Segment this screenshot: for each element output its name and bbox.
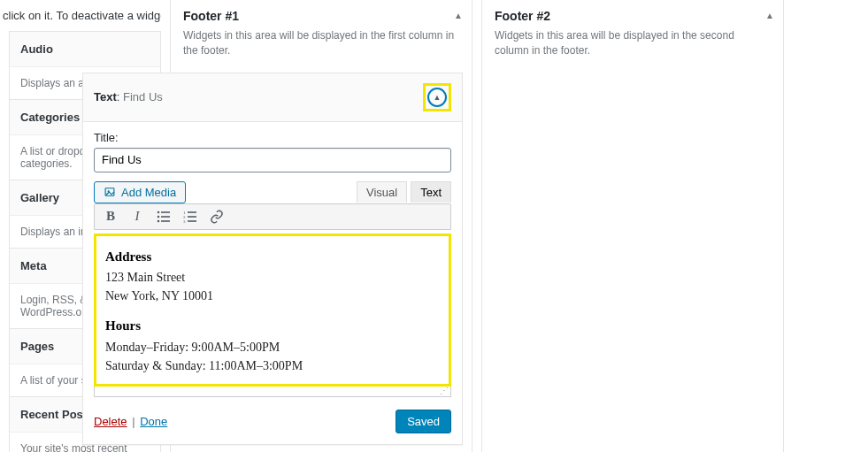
widget-title: Audio	[10, 32, 160, 67]
add-media-label: Add Media	[121, 186, 176, 199]
link-button[interactable]	[210, 210, 224, 224]
svg-rect-11	[188, 216, 196, 218]
footer1-area-header[interactable]: Footer #1 Widgets in this area will be d…	[171, 0, 472, 64]
footer2-area-header[interactable]: Footer #2 Widgets in this area will be d…	[482, 0, 783, 64]
svg-rect-9	[188, 211, 196, 213]
svg-rect-7	[161, 220, 170, 222]
editor-content[interactable]: Address 123 Main Street New York, NY 100…	[94, 234, 451, 387]
link-icon	[210, 210, 224, 224]
svg-rect-5	[161, 216, 170, 218]
tab-text[interactable]: Text	[411, 181, 451, 203]
content-line-3: Monday–Friday: 9:00AM–5:00PM	[105, 338, 440, 356]
title-label: Title:	[94, 131, 451, 144]
link-separator: |	[132, 415, 134, 428]
svg-text:3: 3	[183, 219, 186, 224]
fragment-text: click on it. To deactivate a widget and	[0, 0, 161, 31]
tab-visual[interactable]: Visual	[357, 181, 407, 203]
editor-resize-row: ⋰	[94, 387, 451, 397]
widget-type-label: Text: Find Us	[94, 90, 163, 103]
svg-point-2	[157, 211, 160, 213]
text-widget-expanded: Text: Find Us ▲ Title: Add	[82, 73, 463, 445]
caret-up-icon[interactable]: ▲	[454, 11, 463, 20]
content-line-4: Saturday & Sunday: 11:00AM–3:00PM	[105, 356, 440, 375]
svg-point-6	[157, 219, 160, 222]
collapse-widget-button[interactable]: ▲	[427, 88, 447, 107]
content-line-1: 123 Main Street	[105, 268, 440, 287]
svg-rect-13	[188, 220, 196, 222]
svg-rect-3	[161, 211, 170, 213]
bullet-list-button[interactable]	[157, 210, 171, 224]
done-link[interactable]: Done	[140, 415, 167, 428]
italic-button[interactable]: I	[130, 210, 144, 224]
bold-button[interactable]: B	[104, 210, 118, 224]
caret-up-icon[interactable]: ▲	[765, 11, 774, 20]
numbered-list-button[interactable]: 123	[183, 210, 197, 224]
editor-tabs: Visual Text	[357, 181, 451, 203]
widget-expanded-header[interactable]: Text: Find Us ▲	[83, 73, 462, 122]
svg-point-4	[157, 215, 160, 218]
bullet-list-icon	[157, 210, 171, 224]
content-heading-hours: Hours	[105, 316, 440, 336]
highlight-collapse: ▲	[423, 83, 451, 111]
title-input[interactable]	[94, 148, 451, 172]
footer1-area-desc: Widgets in this area will be displayed i…	[183, 28, 459, 58]
content-heading-address: Address	[105, 247, 440, 267]
content-line-2: New York, NY 10001	[105, 287, 440, 305]
footer2-area-desc: Widgets in this area will be displayed i…	[495, 28, 771, 58]
add-media-button[interactable]: Add Media	[94, 181, 186, 203]
footer1-area-title: Footer #1	[183, 9, 459, 23]
saved-button[interactable]: Saved	[396, 410, 451, 433]
numbered-list-icon: 123	[183, 210, 197, 224]
widget-footer-links: Delete | Done	[94, 415, 167, 428]
footer2-area-title: Footer #2	[495, 9, 771, 23]
media-icon	[104, 186, 116, 198]
delete-link[interactable]: Delete	[94, 415, 127, 428]
editor-toolbar: B I 123	[94, 203, 451, 230]
resize-handle-icon[interactable]: ⋰	[440, 387, 449, 396]
